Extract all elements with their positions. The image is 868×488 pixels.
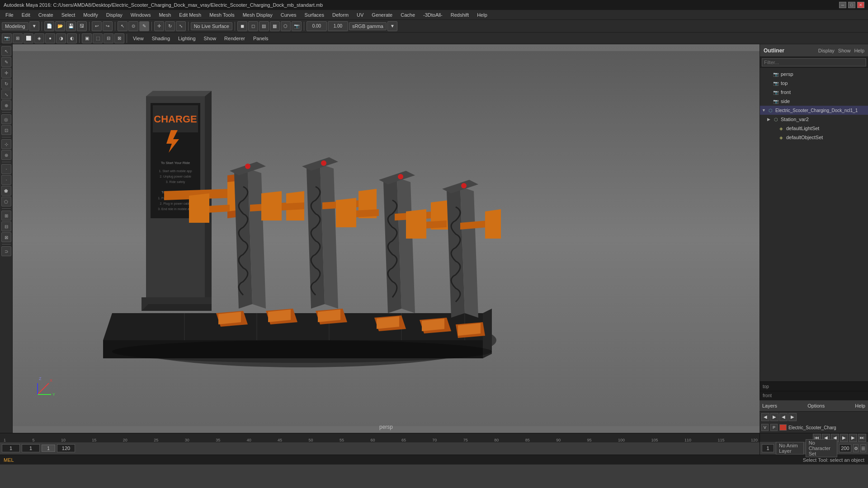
view-shade2[interactable]: ◐: [67, 33, 77, 43]
menu-cache[interactable]: Cache: [397, 11, 419, 19]
play-btn[interactable]: ▶: [840, 434, 848, 442]
menu-mesh[interactable]: Mesh: [155, 11, 175, 19]
select-mode-btn[interactable]: ↖: [1, 46, 11, 56]
layer-back-btn[interactable]: ◀: [761, 413, 769, 421]
menu-modify[interactable]: Modify: [80, 11, 101, 19]
outliner-item-side[interactable]: 📷 side: [760, 97, 868, 106]
outliner-item-front[interactable]: 📷 front: [760, 88, 868, 97]
render-btn2[interactable]: ◻: [248, 21, 258, 31]
gamma-dropdown[interactable]: ▼: [387, 21, 397, 31]
save-button[interactable]: 💾: [66, 21, 76, 31]
play-end-btn[interactable]: ⏭: [858, 434, 866, 442]
menu-file[interactable]: File: [2, 11, 17, 19]
step-fwd-btn[interactable]: ▶: [849, 434, 857, 442]
renderer-menu[interactable]: Renderer: [221, 35, 249, 42]
layer-color-swatch[interactable]: [779, 424, 787, 431]
rotate-tool[interactable]: ↻: [165, 21, 175, 31]
lighting-menu[interactable]: Lighting: [175, 35, 199, 42]
obj-btn[interactable]: ⬠: [1, 197, 11, 206]
outliner-help-menu[interactable]: Help: [854, 48, 864, 53]
layer-back2-btn[interactable]: ◀: [779, 413, 788, 421]
gimbal-btn[interactable]: ⊛: [1, 150, 11, 160]
maximize-button[interactable]: □: [848, 2, 855, 8]
redo-button[interactable]: ↪: [103, 21, 113, 31]
misc-btn3[interactable]: ⊠: [1, 232, 11, 242]
outliner-item-persp[interactable]: 📷 persp: [760, 70, 868, 79]
menu-redshift[interactable]: Redshift: [447, 11, 472, 19]
outliner-display-menu[interactable]: Display: [818, 48, 835, 53]
layers-title[interactable]: Layers: [762, 403, 777, 408]
layers-options[interactable]: Options: [807, 403, 825, 408]
view-menu[interactable]: View: [129, 35, 147, 42]
window-controls[interactable]: ─ □ ✕: [839, 2, 864, 8]
timeline-track[interactable]: 1 1 1 120: [0, 442, 760, 455]
menu-edit[interactable]: Edit: [18, 11, 34, 19]
outliner-item-top[interactable]: 📷 top: [760, 79, 868, 88]
camera-icon-btn[interactable]: 📷: [2, 33, 12, 43]
no-char-set-label[interactable]: No Character Set: [806, 439, 837, 457]
anim-char-btn[interactable]: ☰: [860, 444, 866, 452]
snap-btn[interactable]: ⊡: [1, 125, 11, 135]
layers-help[interactable]: Help: [855, 403, 865, 408]
scale-btn[interactable]: ⤡: [1, 89, 11, 99]
transform-btn[interactable]: ⊕: [1, 100, 11, 110]
view-3[interactable]: ⊟: [104, 33, 113, 43]
menu-display[interactable]: Display: [103, 11, 126, 19]
mode-selector[interactable]: Modeling: [2, 22, 28, 30]
menu-select[interactable]: Select: [58, 11, 79, 19]
minimize-button[interactable]: ─: [839, 2, 846, 8]
paint-btn[interactable]: ✎: [1, 57, 11, 67]
outliner-search-input[interactable]: [762, 58, 866, 66]
view-grid[interactable]: ⊞: [13, 33, 23, 43]
menu-3dtoall[interactable]: -3DtoAll-: [420, 11, 446, 19]
render-cam[interactable]: 📷: [292, 21, 302, 31]
outliner-item-dock[interactable]: ▼ ⬡ Electric_Scooter_Charging_Dock_ncl1_…: [760, 106, 868, 115]
no-anim-layer-label[interactable]: No Anim Layer: [776, 442, 804, 455]
menu-windows[interactable]: Windows: [127, 11, 155, 19]
face-btn[interactable]: ⬟: [1, 186, 11, 196]
menu-mesh-tools[interactable]: Mesh Tools: [206, 11, 238, 19]
open-button[interactable]: 📂: [55, 21, 65, 31]
view-4[interactable]: ⊠: [114, 33, 124, 43]
layer-p-button[interactable]: P: [770, 424, 778, 431]
undo-button[interactable]: ↩: [92, 21, 102, 31]
misc-btn1[interactable]: ⊞: [1, 211, 11, 221]
command-input[interactable]: [22, 457, 803, 463]
anim-settings-btn[interactable]: ⚙: [853, 444, 859, 452]
view-wire[interactable]: ⬜: [24, 33, 33, 43]
move-btn[interactable]: ✛: [1, 68, 11, 78]
menu-surfaces[interactable]: Surfaces: [301, 11, 328, 19]
layer-fwd2-btn[interactable]: ▶: [788, 413, 797, 421]
view-shade1[interactable]: ◑: [56, 33, 66, 43]
lasso-tool[interactable]: ⊙: [128, 21, 138, 31]
render-btn5[interactable]: ⬡: [281, 21, 291, 31]
mode-dropdown[interactable]: ▼: [29, 21, 39, 31]
gamma-selector[interactable]: sRGB gamma: [349, 22, 387, 30]
new-scene-button[interactable]: 📄: [44, 21, 54, 31]
range-end-field[interactable]: 200: [839, 444, 851, 452]
view-xray[interactable]: ◈: [34, 33, 44, 43]
layer-forward-btn[interactable]: ▶: [770, 413, 778, 421]
attr-btn[interactable]: ⊃: [1, 246, 11, 256]
menu-uv[interactable]: UV: [353, 11, 367, 19]
timeline-ruler[interactable]: 1 5 10 15 20 25 30 35 40 45 50 55 60 65 …: [0, 433, 760, 442]
save-as-button[interactable]: 🖫: [77, 21, 87, 31]
menu-create[interactable]: Create: [35, 11, 57, 19]
end-frame-field[interactable]: 120: [57, 444, 75, 452]
close-button[interactable]: ✕: [857, 2, 864, 8]
paint-select[interactable]: ✎: [139, 21, 149, 31]
menu-generate[interactable]: Generate: [368, 11, 396, 19]
outliner-search[interactable]: [760, 57, 868, 68]
shading-menu[interactable]: Shading: [148, 35, 174, 42]
live-surface-label[interactable]: No Live Surface: [191, 22, 232, 30]
outliner-menu[interactable]: Display Show Help: [818, 48, 864, 53]
view-2[interactable]: ⬚: [93, 33, 103, 43]
edge-btn[interactable]: ⬞: [1, 175, 11, 185]
menu-mesh-display[interactable]: Mesh Display: [239, 11, 276, 19]
display-val2[interactable]: 1.00: [328, 21, 348, 31]
scale-tool[interactable]: ⤡: [176, 21, 186, 31]
pivot-btn[interactable]: ⊹: [1, 139, 11, 149]
view-1[interactable]: ▣: [82, 33, 92, 43]
menu-edit-mesh[interactable]: Edit Mesh: [175, 11, 205, 19]
panels-menu[interactable]: Panels: [250, 35, 272, 42]
